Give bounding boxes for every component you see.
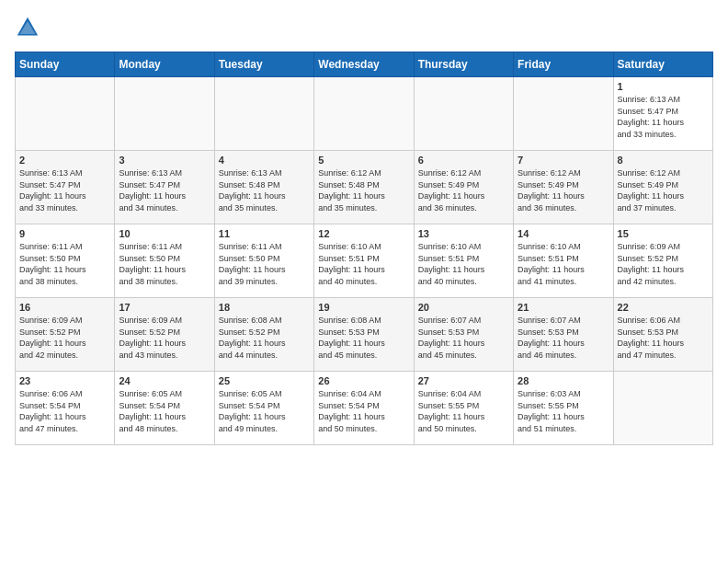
day-info: Sunrise: 6:09 AM Sunset: 5:52 PM Dayligh… [119,315,210,361]
calendar-cell [314,77,414,151]
weekday-header-monday: Monday [115,52,214,77]
day-info: Sunrise: 6:11 AM Sunset: 5:50 PM Dayligh… [119,241,210,287]
day-number: 27 [418,375,509,386]
day-info: Sunrise: 6:07 AM Sunset: 5:53 PM Dayligh… [418,315,509,361]
calendar-cell [16,77,115,151]
day-info: Sunrise: 6:11 AM Sunset: 5:50 PM Dayligh… [19,241,110,287]
day-number: 12 [318,228,409,239]
calendar-cell: 14Sunrise: 6:10 AM Sunset: 5:51 PM Dayli… [514,224,613,298]
day-info: Sunrise: 6:07 AM Sunset: 5:53 PM Dayligh… [518,315,609,361]
day-info: Sunrise: 6:11 AM Sunset: 5:50 PM Dayligh… [219,241,310,287]
calendar-cell: 3Sunrise: 6:13 AM Sunset: 5:47 PM Daylig… [115,151,214,224]
calendar-cell: 22Sunrise: 6:06 AM Sunset: 5:53 PM Dayli… [613,298,712,372]
day-info: Sunrise: 6:13 AM Sunset: 5:47 PM Dayligh… [19,167,110,213]
weekday-header-friday: Friday [514,52,613,77]
calendar-cell: 16Sunrise: 6:09 AM Sunset: 5:52 PM Dayli… [16,298,115,372]
calendar-week-1: 1Sunrise: 6:13 AM Sunset: 5:47 PM Daylig… [16,77,713,151]
weekday-header-thursday: Thursday [414,52,513,77]
day-info: Sunrise: 6:05 AM Sunset: 5:54 PM Dayligh… [219,388,310,434]
day-number: 10 [119,228,210,239]
day-number: 13 [418,228,509,239]
calendar-cell: 4Sunrise: 6:13 AM Sunset: 5:48 PM Daylig… [214,151,313,224]
page-header [15,15,713,40]
day-number: 28 [518,375,609,386]
day-info: Sunrise: 6:10 AM Sunset: 5:51 PM Dayligh… [518,241,609,287]
calendar-week-2: 2Sunrise: 6:13 AM Sunset: 5:47 PM Daylig… [16,151,713,224]
calendar-cell [115,77,214,151]
calendar-cell: 6Sunrise: 6:12 AM Sunset: 5:49 PM Daylig… [414,151,513,224]
day-info: Sunrise: 6:06 AM Sunset: 5:53 PM Dayligh… [618,315,709,361]
day-info: Sunrise: 6:04 AM Sunset: 5:54 PM Dayligh… [318,388,409,434]
day-info: Sunrise: 6:12 AM Sunset: 5:49 PM Dayligh… [418,167,509,213]
day-info: Sunrise: 6:13 AM Sunset: 5:47 PM Dayligh… [119,167,210,213]
day-info: Sunrise: 6:10 AM Sunset: 5:51 PM Dayligh… [418,241,509,287]
weekday-header-wednesday: Wednesday [314,52,414,77]
calendar-week-3: 9Sunrise: 6:11 AM Sunset: 5:50 PM Daylig… [16,224,713,298]
calendar-cell: 8Sunrise: 6:12 AM Sunset: 5:49 PM Daylig… [613,151,712,224]
calendar-cell: 24Sunrise: 6:05 AM Sunset: 5:54 PM Dayli… [115,372,214,445]
day-number: 3 [119,155,210,166]
day-number: 24 [119,375,210,386]
day-number: 7 [518,155,609,166]
day-number: 22 [618,302,709,313]
calendar-cell: 21Sunrise: 6:07 AM Sunset: 5:53 PM Dayli… [514,298,613,372]
day-number: 15 [618,228,709,239]
day-info: Sunrise: 6:12 AM Sunset: 5:48 PM Dayligh… [318,167,409,213]
calendar-cell: 1Sunrise: 6:13 AM Sunset: 5:47 PM Daylig… [613,77,712,151]
calendar-cell: 12Sunrise: 6:10 AM Sunset: 5:51 PM Dayli… [314,224,414,298]
calendar-cell [613,372,712,445]
calendar-cell: 13Sunrise: 6:10 AM Sunset: 5:51 PM Dayli… [414,224,513,298]
weekday-header-saturday: Saturday [613,52,712,77]
calendar-cell: 28Sunrise: 6:03 AM Sunset: 5:55 PM Dayli… [514,372,613,445]
calendar-cell: 18Sunrise: 6:08 AM Sunset: 5:52 PM Dayli… [214,298,313,372]
weekday-header-tuesday: Tuesday [214,52,313,77]
logo-icon [15,15,40,40]
day-number: 16 [19,302,110,313]
logo [15,15,44,40]
calendar-cell: 19Sunrise: 6:08 AM Sunset: 5:53 PM Dayli… [314,298,414,372]
calendar-cell: 25Sunrise: 6:05 AM Sunset: 5:54 PM Dayli… [214,372,313,445]
day-info: Sunrise: 6:06 AM Sunset: 5:54 PM Dayligh… [19,388,110,434]
calendar-cell: 10Sunrise: 6:11 AM Sunset: 5:50 PM Dayli… [115,224,214,298]
day-number: 25 [219,375,310,386]
day-number: 8 [618,155,709,166]
day-info: Sunrise: 6:09 AM Sunset: 5:52 PM Dayligh… [19,315,110,361]
calendar-cell [514,77,613,151]
day-number: 1 [618,81,709,92]
calendar-cell: 15Sunrise: 6:09 AM Sunset: 5:52 PM Dayli… [613,224,712,298]
day-number: 23 [19,375,110,386]
calendar-cell: 11Sunrise: 6:11 AM Sunset: 5:50 PM Dayli… [214,224,313,298]
calendar-cell: 27Sunrise: 6:04 AM Sunset: 5:55 PM Dayli… [414,372,513,445]
calendar-week-4: 16Sunrise: 6:09 AM Sunset: 5:52 PM Dayli… [16,298,713,372]
calendar-cell: 7Sunrise: 6:12 AM Sunset: 5:49 PM Daylig… [514,151,613,224]
day-info: Sunrise: 6:12 AM Sunset: 5:49 PM Dayligh… [518,167,609,213]
calendar-cell: 23Sunrise: 6:06 AM Sunset: 5:54 PM Dayli… [16,372,115,445]
day-number: 17 [119,302,210,313]
day-info: Sunrise: 6:05 AM Sunset: 5:54 PM Dayligh… [119,388,210,434]
day-number: 4 [219,155,310,166]
calendar-cell: 2Sunrise: 6:13 AM Sunset: 5:47 PM Daylig… [16,151,115,224]
calendar-week-5: 23Sunrise: 6:06 AM Sunset: 5:54 PM Dayli… [16,372,713,445]
calendar-cell: 20Sunrise: 6:07 AM Sunset: 5:53 PM Dayli… [414,298,513,372]
day-info: Sunrise: 6:13 AM Sunset: 5:48 PM Dayligh… [219,167,310,213]
calendar-cell: 5Sunrise: 6:12 AM Sunset: 5:48 PM Daylig… [314,151,414,224]
day-number: 18 [219,302,310,313]
day-number: 5 [318,155,409,166]
calendar-cell: 9Sunrise: 6:11 AM Sunset: 5:50 PM Daylig… [16,224,115,298]
day-info: Sunrise: 6:03 AM Sunset: 5:55 PM Dayligh… [518,388,609,434]
calendar-cell: 17Sunrise: 6:09 AM Sunset: 5:52 PM Dayli… [115,298,214,372]
day-info: Sunrise: 6:10 AM Sunset: 5:51 PM Dayligh… [318,241,409,287]
day-number: 11 [219,228,310,239]
day-number: 21 [518,302,609,313]
day-info: Sunrise: 6:13 AM Sunset: 5:47 PM Dayligh… [618,94,709,140]
day-info: Sunrise: 6:08 AM Sunset: 5:53 PM Dayligh… [318,315,409,361]
day-number: 20 [418,302,509,313]
day-number: 19 [318,302,409,313]
day-info: Sunrise: 6:12 AM Sunset: 5:49 PM Dayligh… [618,167,709,213]
weekday-header-row: SundayMondayTuesdayWednesdayThursdayFrid… [16,52,713,77]
calendar-cell [414,77,513,151]
calendar-table: SundayMondayTuesdayWednesdayThursdayFrid… [15,52,713,445]
day-info: Sunrise: 6:09 AM Sunset: 5:52 PM Dayligh… [618,241,709,287]
day-info: Sunrise: 6:04 AM Sunset: 5:55 PM Dayligh… [418,388,509,434]
day-number: 9 [19,228,110,239]
